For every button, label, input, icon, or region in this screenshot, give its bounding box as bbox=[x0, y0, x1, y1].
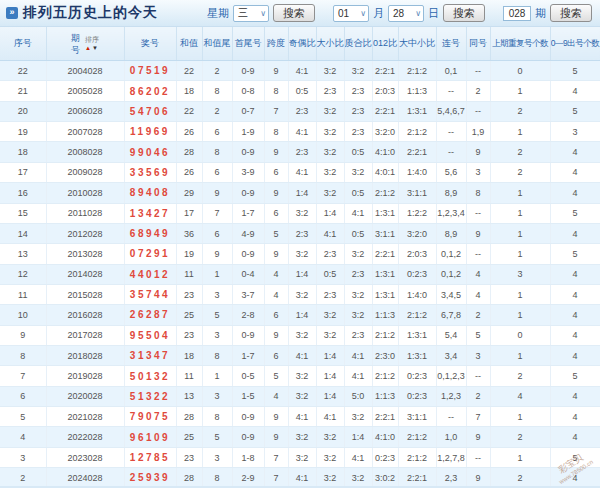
cell-span: 9 bbox=[264, 244, 288, 264]
cell-odd-even: 2:3 bbox=[288, 223, 316, 243]
cell-sum-tail: 8 bbox=[202, 407, 232, 427]
cell-same-number: 3 bbox=[466, 162, 490, 182]
table-row: 142012028689493664-952:34:10:53:1:13:2:0… bbox=[0, 223, 600, 243]
cell-sum-tail: 9 bbox=[202, 244, 232, 264]
cell-big-mid-small: 2:1:2 bbox=[398, 305, 436, 325]
cell-index: 19 bbox=[0, 122, 46, 142]
cell-index: 15 bbox=[0, 203, 46, 223]
sort-widget[interactable]: 排序 ▲▼ bbox=[85, 36, 99, 52]
cell-prime-composite: 3:2 bbox=[344, 468, 372, 488]
cell-digit-count: 5 bbox=[550, 101, 600, 121]
search-issue-button[interactable]: 搜索 bbox=[550, 4, 592, 22]
cell-012: 0:2:3 bbox=[372, 447, 398, 467]
cell-sum: 36 bbox=[176, 223, 202, 243]
cell-big-small: 0:5 bbox=[316, 264, 344, 284]
cell-same-number: -- bbox=[466, 61, 490, 81]
cell-big-mid-small: 1:3:1 bbox=[398, 325, 436, 345]
table-row: 22024028259392882-974:13:23:23:0:22:2:12… bbox=[0, 468, 600, 488]
page-title: 排列五历史上的今天 bbox=[23, 4, 158, 22]
cell-prev-repeat-count: 4 bbox=[490, 386, 550, 406]
cell-consecutive: 5,6 bbox=[436, 162, 466, 182]
cell-prime-composite: 2:3 bbox=[344, 122, 372, 142]
cell-012: 2:2:1 bbox=[372, 244, 398, 264]
issue-label: 期 bbox=[535, 6, 546, 21]
cell-digit-count: 4 bbox=[550, 223, 600, 243]
cell-same-number: 2 bbox=[466, 305, 490, 325]
cell-big-small: 4:1 bbox=[316, 407, 344, 427]
cell-sum: 23 bbox=[176, 447, 202, 467]
col-header-prev-repeat: 上期重复号个数 bbox=[490, 27, 550, 61]
cell-span: 4 bbox=[264, 386, 288, 406]
month-label: 月 bbox=[373, 6, 384, 21]
search-week-button[interactable]: 搜索 bbox=[273, 4, 315, 22]
table-row: 122014028440121110-441:40:52:31:3:10:2:3… bbox=[0, 264, 600, 284]
chevron-down-icon: ∨ bbox=[415, 9, 421, 18]
cell-issue: 2007028 bbox=[46, 122, 124, 142]
cell-span: 4 bbox=[264, 264, 288, 284]
cell-prize: 54706 bbox=[124, 101, 176, 121]
day-select[interactable]: 28 ∨ bbox=[388, 5, 424, 22]
cell-big-mid-small: 2:2:1 bbox=[398, 142, 436, 162]
cell-012: 2:3:0 bbox=[372, 346, 398, 366]
cell-index: 6 bbox=[0, 386, 46, 406]
month-select-value: 01 bbox=[338, 8, 349, 19]
cell-consecutive: -- bbox=[436, 122, 466, 142]
cell-odd-even: 0:5 bbox=[288, 81, 316, 101]
table-row: 32023028127852331-873:23:24:10:2:32:1:21… bbox=[0, 447, 600, 467]
cell-span: 7 bbox=[264, 101, 288, 121]
cell-digit-count: 4 bbox=[550, 162, 600, 182]
history-table: 序号 期 号 排序 ▲▼ 奖号 和值 和值尾 首尾号 跨度 奇偶比 bbox=[0, 27, 600, 488]
cell-sum-tail: 3 bbox=[202, 386, 232, 406]
cell-sum: 18 bbox=[176, 346, 202, 366]
cell-span: 5 bbox=[264, 366, 288, 386]
sort-desc-icon[interactable]: ▼ bbox=[92, 45, 99, 51]
chevron-down-icon: ∨ bbox=[260, 9, 266, 18]
cell-prev-repeat-count: 2 bbox=[490, 468, 550, 488]
cell-consecutive: 1,2,3 bbox=[436, 386, 466, 406]
cell-sum-tail: 5 bbox=[202, 427, 232, 447]
cell-span: 5 bbox=[264, 223, 288, 243]
title-bar: » 排列五历史上的今天 星期 三 ∨ 搜索 01 ∨ 月 28 ∨ 日 搜索 期… bbox=[0, 0, 600, 27]
cell-big-small: 1:4 bbox=[316, 386, 344, 406]
cell-sum: 17 bbox=[176, 203, 202, 223]
issue-input[interactable] bbox=[503, 6, 531, 21]
sort-asc-icon[interactable]: ▲ bbox=[85, 45, 92, 51]
cell-big-mid-small: 3:1:1 bbox=[398, 407, 436, 427]
search-date-button[interactable]: 搜索 bbox=[443, 4, 485, 22]
cell-sum-tail: 8 bbox=[202, 468, 232, 488]
table-row: 62020028513221331-543:21:45:01:1:30:2:31… bbox=[0, 386, 600, 406]
cell-odd-even: 4:1 bbox=[288, 162, 316, 182]
cell-012: 4:1:0 bbox=[372, 142, 398, 162]
cell-prev-repeat-count: 1 bbox=[490, 122, 550, 142]
title-arrow-icon: » bbox=[6, 7, 18, 19]
cell-first-last: 1-7 bbox=[232, 203, 264, 223]
cell-index: 8 bbox=[0, 346, 46, 366]
cell-odd-even: 3:2 bbox=[288, 427, 316, 447]
cell-prev-repeat-count: 1 bbox=[490, 223, 550, 243]
cell-sum: 28 bbox=[176, 407, 202, 427]
cell-prev-repeat-count: 1 bbox=[490, 305, 550, 325]
cell-big-mid-small: 1:4:0 bbox=[398, 162, 436, 182]
col-header-same-number: 同号 bbox=[466, 27, 490, 61]
cell-prime-composite: 3:2 bbox=[344, 61, 372, 81]
col-header-sum-tail: 和值尾 bbox=[202, 27, 232, 61]
cell-consecutive: 1,2,7,8 bbox=[436, 447, 466, 467]
cell-span: 9 bbox=[264, 407, 288, 427]
cell-issue: 2009028 bbox=[46, 162, 124, 182]
week-select[interactable]: 三 ∨ bbox=[233, 5, 269, 22]
toolbar: 星期 三 ∨ 搜索 01 ∨ 月 28 ∨ 日 搜索 期 搜索 bbox=[207, 4, 592, 22]
cell-issue: 2011028 bbox=[46, 203, 124, 223]
cell-span: 8 bbox=[264, 81, 288, 101]
cell-same-number: -- bbox=[466, 366, 490, 386]
table-row: 102016028262872552-861:43:23:21:1:32:1:2… bbox=[0, 305, 600, 325]
col-header-big-mid-small: 大中小比 bbox=[398, 27, 436, 61]
cell-big-small: 4:1 bbox=[316, 223, 344, 243]
cell-index: 13 bbox=[0, 244, 46, 264]
cell-prize: 31347 bbox=[124, 346, 176, 366]
cell-index: 22 bbox=[0, 61, 46, 81]
cell-issue: 2020028 bbox=[46, 386, 124, 406]
month-select[interactable]: 01 ∨ bbox=[333, 5, 369, 22]
cell-012: 2:2:1 bbox=[372, 61, 398, 81]
cell-prev-repeat-count: 1 bbox=[490, 244, 550, 264]
cell-first-last: 0-9 bbox=[232, 142, 264, 162]
